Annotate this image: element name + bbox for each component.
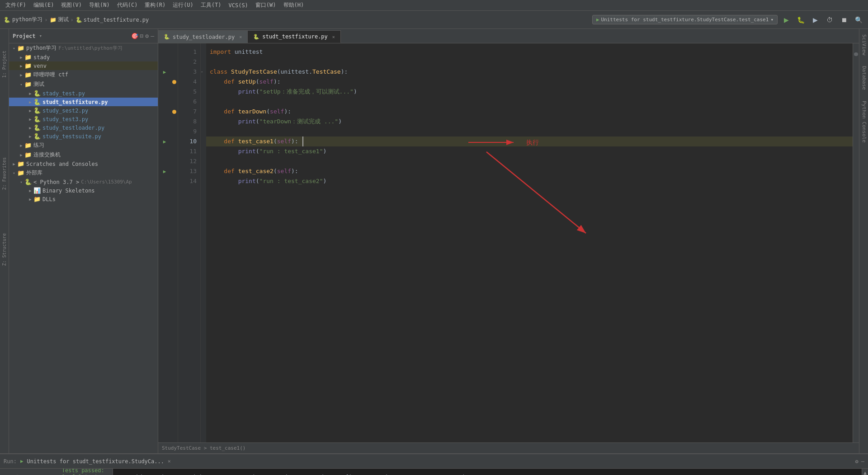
tab-close-icon[interactable]: ✕: [239, 34, 242, 39]
right-tab-python-console[interactable]: Python Console: [859, 95, 868, 148]
menu-refactor[interactable]: 重构(R): [141, 0, 169, 10]
tree-label: 外部库: [26, 169, 42, 177]
menu-help[interactable]: 帮助(H): [280, 0, 308, 10]
gutter-line-7: [158, 107, 171, 117]
run-config-selector[interactable]: ▶ Unittests for studt_testfixture.StudyT…: [592, 15, 778, 24]
toolbar: 🐍 python学习 › 📁 测试 › 🐍 studt_testfixture.…: [0, 11, 868, 29]
project-view-dropdown[interactable]: ▾: [39, 33, 42, 39]
run-again-button[interactable]: ▶: [2, 472, 7, 475]
run-icon-line13[interactable]: ▶: [163, 169, 166, 174]
right-tab-scview[interactable]: SciView: [859, 29, 868, 61]
stop-button[interactable]: ⏹: [838, 14, 850, 26]
tab-studt-testfixture[interactable]: 🐍 studt_testfixture.py ✕: [248, 30, 341, 43]
tree-item-study-sest2[interactable]: ▶ 🐍 study_sest2.py: [9, 106, 158, 115]
menu-run[interactable]: 运行(U): [169, 0, 197, 10]
tree-label: study_testsuite.py: [42, 133, 101, 140]
folder-icon: 📁: [24, 54, 32, 61]
tree-label: venv: [33, 63, 47, 69]
tree-item-stady-test[interactable]: ▶ 🐍 stady_test.py: [9, 89, 158, 98]
tab-close-icon[interactable]: ✕: [332, 34, 335, 39]
annotation-text: 执行: [526, 137, 539, 147]
code-editor[interactable]: ▶ ▶ ▶: [158, 43, 859, 442]
menu-edit[interactable]: 编辑(E): [30, 0, 58, 10]
tree-item-python37[interactable]: ▾ 🐍 < Python 3.7 > C:\Users\15309\Ap: [9, 178, 158, 186]
scroll-up-icon[interactable]: ▲: [863, 470, 867, 475]
tree-item-switch[interactable]: ▶ 📁 连接交换机: [9, 150, 158, 160]
gutter-line-6: [158, 97, 171, 107]
tree-item-scratches[interactable]: ▶ 📁 Scratches and Consoles: [9, 160, 158, 168]
tree-expand-icon: ▾: [11, 46, 17, 51]
menu-vcs[interactable]: VCS(S): [225, 1, 252, 9]
project-tab[interactable]: 1: Project: [0, 47, 8, 81]
scrollbar-thumb[interactable]: [854, 52, 858, 56]
minimize-icon[interactable]: —: [861, 458, 864, 465]
tree-item-dlls[interactable]: ▶ 📁 DLLs: [9, 195, 158, 203]
tree-item-practice[interactable]: ▶ 📁 练习: [9, 141, 158, 150]
run-tab-close[interactable]: ✕: [168, 458, 171, 464]
right-tab-database[interactable]: Database: [859, 61, 868, 95]
code-line-13: def test_case2(self):: [206, 166, 853, 176]
favorites-tab[interactable]: 2: Favorites: [0, 154, 8, 193]
bottom-left-panel: ▶ ⏹ ↺ ↑ ↓ ⊟ ⊞ >> ✓ Tests passed: 1 of 1 …: [0, 469, 113, 475]
bp-gutter: [171, 43, 178, 442]
menu-view[interactable]: 视图(V): [57, 0, 85, 10]
tree-label: study_test3.py: [42, 116, 88, 122]
sort-asc-button[interactable]: ↑: [20, 472, 25, 475]
python-icon: 🐍: [33, 116, 41, 122]
tree-item-venv[interactable]: ▶ 📁 venv: [9, 61, 158, 70]
tree-item-binary-skeletons[interactable]: ▶ 📊 Binary Skeletons: [9, 186, 158, 195]
expand-button[interactable]: ⊟: [32, 472, 37, 475]
menu-tools[interactable]: 工具(T): [197, 0, 225, 10]
settings-icon[interactable]: ⚙: [855, 458, 859, 465]
gutter-line-8: [158, 117, 171, 127]
tree-expand-icon: ▾: [18, 82, 24, 87]
project-collapse-icon[interactable]: ⊟: [140, 33, 144, 39]
menu-navigate[interactable]: 导航(N): [85, 0, 113, 10]
gutter-line-2: [158, 57, 171, 67]
tree-item-test-folder[interactable]: ▾ 📁 测试: [9, 80, 158, 89]
tree-item-study-test3[interactable]: ▶ 🐍 study_test3.py: [9, 115, 158, 123]
search-button[interactable]: 🔍: [853, 14, 864, 26]
run-button[interactable]: ▶: [780, 14, 792, 26]
tree-item-study-testloader[interactable]: ▶ 🐍 study_testloader.py: [9, 123, 158, 132]
rerun-button[interactable]: ↺: [14, 472, 19, 475]
folder-icon: 📁: [17, 169, 24, 176]
tree-expand-icon: ▾: [18, 180, 24, 184]
tab-study-testloader[interactable]: 🐍 study_testloader.py ✕: [158, 30, 248, 43]
menu-window[interactable]: 窗口(W): [252, 0, 280, 10]
run-icon-line10[interactable]: ▶: [163, 139, 166, 145]
project-settings-icon[interactable]: ⚙: [145, 33, 149, 39]
structure-tab[interactable]: Z: Structure: [0, 230, 8, 269]
project-minimize-icon[interactable]: —: [151, 33, 154, 39]
run-with-coverage[interactable]: ▶: [809, 14, 821, 26]
menu-code[interactable]: 代码(C): [113, 0, 142, 10]
gutter-line-12: [158, 156, 171, 166]
tree-item-stady[interactable]: ▶ 📁 stady: [9, 53, 158, 61]
code-content[interactable]: import unittest class StudyTestCase(unit…: [206, 43, 853, 442]
tree-item-external[interactable]: ▾ 📁 外部库: [9, 168, 158, 178]
gutter-line-9: [158, 127, 171, 136]
tree-expand-icon: ▶: [18, 64, 24, 68]
stop-button[interactable]: ⏹: [8, 472, 13, 475]
tree-path: F:\untitled\python学习: [58, 45, 122, 52]
menu-file[interactable]: 文件(F): [2, 0, 30, 10]
tree-item-study-testsuite[interactable]: ▶ 🐍 study_testsuite.py: [9, 132, 158, 141]
profile-button[interactable]: ⏱: [824, 14, 835, 26]
tree-expand-icon: ▶: [27, 188, 33, 193]
code-line-2: [206, 57, 853, 67]
collapse-button[interactable]: ⊞: [38, 472, 42, 475]
gutter-line-1: [158, 47, 171, 57]
tree-expand-icon: ▶: [18, 153, 24, 157]
bottom-panel: Run: ▶ Unittests for studt_testfixture.S…: [0, 453, 868, 475]
tree-expand-icon: ▶: [27, 117, 33, 122]
tree-item-bilibili[interactable]: ▶ 📁 哔哩哔哩 ctf: [9, 70, 158, 80]
tree-item-studt-testfixture[interactable]: ▶ 🐍 studt_testfixture.py: [9, 98, 158, 106]
run-icon-line3[interactable]: ▶: [163, 69, 166, 75]
vertical-scrollbar[interactable]: [853, 43, 859, 442]
tree-label: 哔哩哔哩 ctf: [33, 71, 68, 79]
debug-button[interactable]: 🐛: [795, 14, 807, 26]
test-icon: ▶: [20, 458, 24, 464]
project-locate-icon[interactable]: 🎯: [131, 33, 138, 39]
tree-item-root[interactable]: ▾ 📁 python学习 F:\untitled\python学习: [9, 43, 158, 53]
sort-desc-button[interactable]: ↓: [26, 472, 31, 475]
